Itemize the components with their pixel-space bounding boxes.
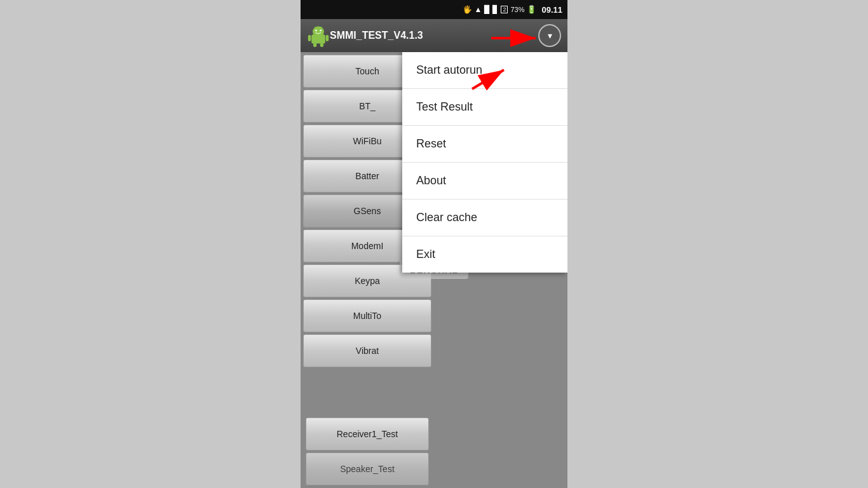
- list-item-label: Batter: [355, 171, 379, 181]
- wifi-icon: ▲: [475, 5, 482, 14]
- dropdown-menu: Start autorun Test Result Reset About Cl…: [402, 52, 567, 273]
- svg-rect-6: [308, 35, 311, 41]
- svg-rect-7: [326, 35, 329, 41]
- list-item-label: BT_: [359, 101, 376, 111]
- speaker-test-label: Speaker_Test: [340, 464, 395, 474]
- main-content: Touch BT_ WiFiBu Batter GSens ModemI Key…: [301, 52, 567, 488]
- battery-icon: 🔋: [527, 5, 536, 14]
- chevron-down-icon: ▾: [548, 30, 552, 41]
- menu-item-about[interactable]: About: [402, 163, 567, 200]
- signal-icon: ▉: [484, 5, 490, 14]
- list-item[interactable]: MultiTo: [303, 299, 431, 332]
- receiver1-test-label: Receiver1_Test: [337, 429, 398, 439]
- svg-point-3: [320, 30, 322, 32]
- list-item-label: Touch: [355, 66, 379, 76]
- menu-item-label: Reset: [416, 137, 446, 150]
- app-title: SMMI_TEST_V4.1.3: [330, 30, 538, 41]
- list-item-label: MultiTo: [353, 311, 381, 321]
- svg-rect-8: [313, 43, 316, 47]
- menu-item-label: About: [416, 174, 446, 187]
- status-bar: 🖐 ▲ ▉ ▊ 2 73% 🔋 09.11: [301, 0, 567, 19]
- phone-frame: 🖐 ▲ ▉ ▊ 2 73% 🔋 09.11: [301, 0, 567, 488]
- menu-item-label: Start autorun: [416, 64, 482, 76]
- list-item-label: Keypa: [355, 276, 380, 286]
- speaker-test-button[interactable]: Speaker_Test: [306, 452, 429, 485]
- menu-item-reset[interactable]: Reset: [402, 126, 567, 163]
- menu-item-label: Test Result: [416, 100, 473, 113]
- menu-item-start-autorun[interactable]: Start autorun: [402, 52, 567, 89]
- list-item-label: WiFiBu: [353, 136, 381, 146]
- list-item-label: GSens: [354, 206, 381, 216]
- list-item-label: Vibrat: [356, 346, 379, 356]
- battery-text: 73%: [510, 6, 524, 13]
- menu-item-label: Exit: [416, 248, 435, 261]
- android-logo: [307, 24, 330, 47]
- hand-icon: 🖐: [463, 5, 472, 14]
- svg-point-1: [313, 27, 324, 37]
- overflow-menu-button[interactable]: ▾: [538, 24, 561, 47]
- menu-item-clear-cache[interactable]: Clear cache: [402, 200, 567, 236]
- svg-rect-9: [320, 43, 323, 47]
- signal2-icon: ▊: [492, 5, 498, 14]
- time-display: 09.11: [541, 5, 562, 15]
- receiver1-test-button[interactable]: Receiver1_Test: [306, 417, 429, 451]
- list-item-label: ModemI: [351, 241, 384, 251]
- svg-point-2: [315, 30, 317, 32]
- app-bar: SMMI_TEST_V4.1.3 ▾: [301, 19, 567, 52]
- menu-item-test-result[interactable]: Test Result: [402, 89, 567, 126]
- menu-item-exit[interactable]: Exit: [402, 236, 567, 273]
- menu-item-label: Clear cache: [416, 211, 477, 224]
- list-item[interactable]: Vibrat: [303, 334, 431, 367]
- status-icons: 🖐 ▲ ▉ ▊ 2 73% 🔋 09.11: [463, 5, 562, 15]
- sim-icon: 2: [501, 6, 508, 13]
